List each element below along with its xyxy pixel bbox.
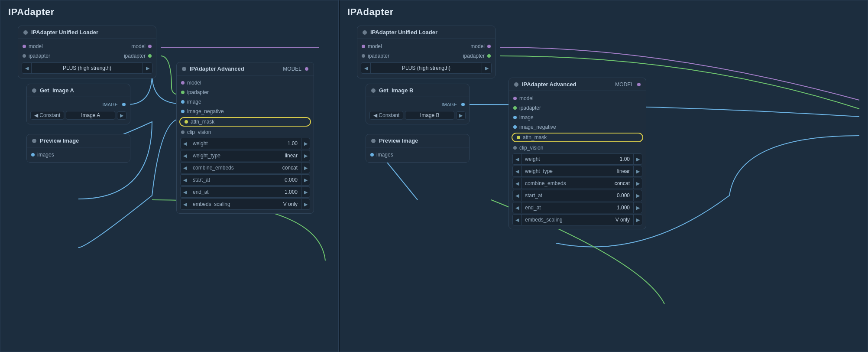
combine-slider-left[interactable]: ◀ combine_embeds concat ▶ <box>180 162 310 173</box>
adv-model-label-right: model <box>519 95 534 101</box>
weight-type-arrow-left-left[interactable]: ◀ <box>181 150 189 161</box>
unified-loader-title-right: IPAdapter Unified Loader <box>370 29 437 36</box>
preset-arrow-right-right[interactable]: ▶ <box>482 63 491 73</box>
preview-title-left: Preview Image <box>40 137 79 144</box>
images-port-row-left: images <box>27 150 130 160</box>
image-out-dot-left <box>122 103 126 106</box>
weight-type-value-left: linear <box>282 153 301 159</box>
combine-arrow-right-right[interactable]: ▶ <box>633 178 642 189</box>
adv-clip-left: clip_vision <box>181 129 211 135</box>
adv-image-neg-row-right: image_negative <box>509 122 646 132</box>
preset-value-right: PLUS (high strength) <box>371 65 482 71</box>
weight-type-arrow-left-right[interactable]: ◀ <box>513 166 521 176</box>
images-port-left: images <box>31 152 54 158</box>
image-output-right-right: IMAGE <box>440 102 465 107</box>
const-btn-right[interactable]: ◀ Constant <box>369 111 403 120</box>
preset-row-right[interactable]: ◀ PLUS (high strength) ▶ <box>361 62 492 74</box>
weight-type-slider-right[interactable]: ◀ weight_type linear ▶ <box>512 166 642 177</box>
weight-arrow-left-left[interactable]: ◀ <box>181 138 189 149</box>
images-dot-left <box>31 153 35 156</box>
embeds-arrow-left-left[interactable]: ◀ <box>181 199 189 209</box>
const-arrow-left[interactable]: ▶ <box>117 111 126 120</box>
model-port-right-out: model <box>470 43 491 49</box>
end-slider-left[interactable]: ◀ end_at 1.000 ▶ <box>180 186 310 198</box>
start-arrow-left-left[interactable]: ◀ <box>181 175 189 185</box>
adv-image-neg-dot-left <box>181 110 185 113</box>
weight-type-label-left: weight_type <box>189 153 282 159</box>
const-value-left: Image A <box>66 111 115 120</box>
embeds-slider-left[interactable]: ◀ embeds_scaling V only ▶ <box>180 199 310 210</box>
const-value-right: Image B <box>405 111 454 120</box>
preset-row-left[interactable]: ◀ PLUS (high strength) ▶ <box>22 62 152 74</box>
start-slider-left[interactable]: ◀ start_at 0.000 ▶ <box>180 174 310 186</box>
const-btn-left[interactable]: ◀ Constant <box>30 111 64 120</box>
preset-arrow-left-right[interactable]: ◀ <box>361 63 371 73</box>
weight-type-arrow-right-left[interactable]: ▶ <box>301 150 310 161</box>
images-port-row-right: images <box>366 150 469 160</box>
advanced-node-right: IPAdapter Advanced MODEL model ipadapter <box>508 78 646 229</box>
end-arrow-right-left[interactable]: ▶ <box>301 187 310 197</box>
end-arrow-right-right[interactable]: ▶ <box>633 202 642 213</box>
end-arrow-left-right[interactable]: ◀ <box>513 202 521 213</box>
images-dot-right <box>370 153 374 156</box>
weight-arrow-right-left[interactable]: ▶ <box>301 138 310 149</box>
ipadapter-label-left: ipadapter <box>29 53 50 59</box>
model-out-dot-left <box>148 45 152 48</box>
embeds-arrow-right-left[interactable]: ▶ <box>301 199 310 209</box>
image-badge-left: IMAGE <box>101 102 120 107</box>
combine-label-right: combine_embeds <box>521 180 611 186</box>
embeds-arrow-left-right[interactable]: ◀ <box>513 215 521 225</box>
const-arrow-right[interactable]: ▶ <box>456 111 466 120</box>
unified-loader-node-right: IPAdapter Unified Loader model model ipa… <box>357 26 496 78</box>
adv-image-left: image <box>181 99 201 105</box>
combine-slider-right[interactable]: ◀ combine_embeds concat ▶ <box>512 178 642 189</box>
get-image-node-right: Get_Image B IMAGE ◀ Constant Image B ▶ <box>366 84 470 124</box>
adv-image-neg-row-left: image_negative <box>177 107 314 116</box>
embeds-arrow-right-right[interactable]: ▶ <box>633 215 642 225</box>
model-out-dot-right <box>487 45 491 48</box>
end-slider-right[interactable]: ◀ end_at 1.000 ▶ <box>512 202 642 213</box>
preset-arrow-right-left[interactable]: ▶ <box>143 63 152 73</box>
left-panel-title: IPAdapter <box>0 0 338 21</box>
ipadapter-port-row-left: ipadapter ipadapter <box>18 51 156 61</box>
combine-arrow-left-right[interactable]: ◀ <box>513 178 521 189</box>
adv-attn-mask-label-left: attn_mask <box>191 119 214 125</box>
weight-arrow-right-right[interactable]: ▶ <box>633 154 642 164</box>
model-dot-left <box>23 45 26 48</box>
end-arrow-left-left[interactable]: ◀ <box>181 187 189 197</box>
adv-ipadapter-dot-right <box>513 106 517 110</box>
adv-clip-row-right: clip_vision <box>509 143 646 153</box>
embeds-label-left: embeds_scaling <box>189 201 280 207</box>
adv-ipadapter-dot-left <box>181 91 185 94</box>
ipadapter-out-dot-left <box>148 54 152 58</box>
embeds-value-right: V only <box>612 217 633 223</box>
get-image-title-right: Get_Image B <box>379 87 413 94</box>
model-output-label-right: MODEL <box>615 81 634 88</box>
unified-loader-body-left: model model ipadapter ipadapter ◀ <box>18 39 156 78</box>
weight-type-arrow-right-right[interactable]: ▶ <box>633 166 642 176</box>
image-output-right-left: IMAGE <box>101 102 126 107</box>
combine-label-left: combine_embeds <box>189 165 279 171</box>
embeds-slider-right[interactable]: ◀ embeds_scaling V only ▶ <box>512 214 642 225</box>
start-arrow-right-right[interactable]: ▶ <box>633 190 642 201</box>
ipadapter-port-left-in: ipadapter <box>23 53 50 59</box>
weight-slider-left[interactable]: ◀ weight 1.00 ▶ <box>180 138 310 149</box>
preview-header-right: Preview Image <box>366 134 469 147</box>
preset-arrow-left-left[interactable]: ◀ <box>22 63 32 73</box>
weight-arrow-left-right[interactable]: ◀ <box>513 154 521 164</box>
combine-arrow-right-left[interactable]: ▶ <box>301 163 310 173</box>
adv-image-row-left: image <box>177 97 314 107</box>
adv-image-neg-label-right: image_negative <box>519 124 556 130</box>
adv-model-right: model <box>513 95 534 101</box>
weight-slider-right[interactable]: ◀ weight 1.00 ▶ <box>512 153 642 165</box>
preview-status-dot-left <box>32 139 36 143</box>
combine-arrow-left-left[interactable]: ◀ <box>181 163 189 173</box>
adv-ipadapter-row-left: ipadapter <box>177 88 314 97</box>
unified-loader-header-right: IPAdapter Unified Loader <box>357 26 495 39</box>
start-slider-right[interactable]: ◀ start_at 0.000 ▶ <box>512 190 642 201</box>
start-arrow-right-left[interactable]: ▶ <box>301 175 310 185</box>
weight-type-slider-left[interactable]: ◀ weight_type linear ▶ <box>180 150 310 161</box>
preview-node-right: Preview Image images <box>366 134 470 163</box>
model-port-right-in: model <box>362 43 382 49</box>
start-arrow-left-right[interactable]: ◀ <box>513 190 521 201</box>
